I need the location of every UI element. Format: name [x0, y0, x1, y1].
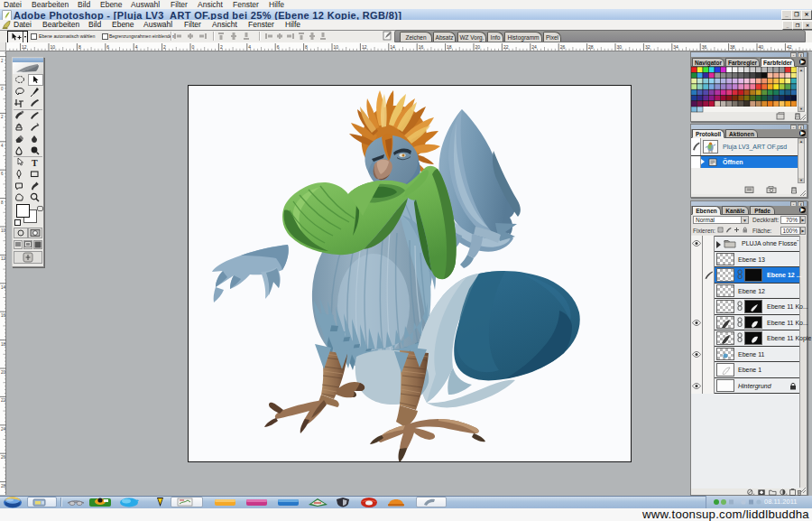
svg-text:12: 12 [362, 44, 367, 50]
svg-text:4: 4 [1, 144, 4, 148]
svg-text:10: 10 [1, 228, 6, 233]
svg-text:20: 20 [475, 44, 481, 50]
svg-text:24: 24 [1, 427, 6, 432]
svg-text:24: 24 [531, 44, 537, 50]
svg-text:8: 8 [1, 200, 4, 205]
svg-text:20: 20 [1, 370, 6, 375]
svg-text:6: 6 [1, 172, 4, 176]
svg-text:14: 14 [1, 285, 6, 290]
svg-text:2: 2 [1, 115, 4, 119]
svg-text:10: 10 [51, 44, 56, 50]
svg-text:T: T [32, 158, 38, 168]
svg-text:26: 26 [560, 44, 566, 50]
svg-text:14: 14 [390, 44, 395, 50]
svg-text:32: 32 [645, 44, 651, 50]
svg-text:22: 22 [503, 44, 509, 50]
svg-text:40: 40 [759, 44, 764, 50]
svg-text:0: 0 [1, 87, 4, 91]
svg-text:36: 36 [702, 44, 707, 50]
svg-text:34: 34 [673, 44, 678, 50]
svg-text:2: 2 [1, 59, 4, 63]
svg-text:28: 28 [1, 484, 6, 488]
svg-text:30: 30 [617, 44, 623, 50]
svg-text:42: 42 [787, 44, 792, 50]
svg-text:18: 18 [447, 44, 452, 50]
svg-text:12: 12 [22, 44, 27, 50]
svg-text:10: 10 [334, 44, 339, 50]
svg-text:26: 26 [1, 455, 6, 460]
svg-text:18: 18 [1, 342, 6, 347]
svg-text:28: 28 [588, 44, 594, 50]
svg-text:22: 22 [1, 398, 6, 403]
svg-text:16: 16 [419, 44, 424, 50]
svg-text:16: 16 [1, 313, 6, 318]
svg-text:12: 12 [1, 256, 6, 261]
svg-text:38: 38 [730, 44, 735, 50]
